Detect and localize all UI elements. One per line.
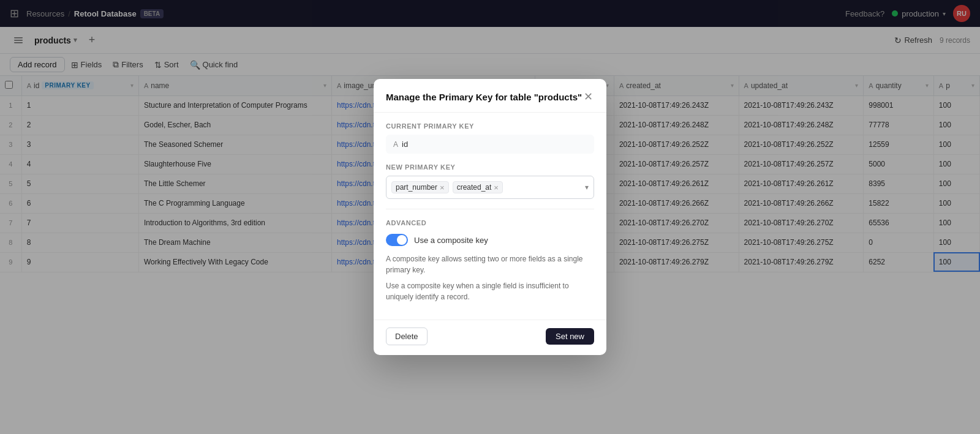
modal-close-button[interactable]: ✕	[582, 90, 594, 103]
set-new-button[interactable]: Set new	[546, 328, 594, 345]
composite-key-label: Use a composite key	[414, 236, 488, 245]
new-pk-label: New Primary Key	[386, 163, 594, 171]
current-pk-label: Current Primary Key	[386, 122, 594, 130]
composite-key-toggle[interactable]	[386, 234, 408, 246]
toggle-slider	[386, 234, 408, 246]
new-pk-area: New Primary Key part_number × created_at…	[386, 163, 594, 199]
tag-created-at-label: created_at	[457, 183, 492, 192]
modal-title: Manage the Primary Key for table "produc…	[386, 92, 582, 102]
composite-key-toggle-row: Use a composite key	[386, 234, 594, 246]
tag-input[interactable]: part_number × created_at × ▾	[386, 176, 594, 199]
modal-overlay[interactable]: Manage the Primary Key for table "produc…	[0, 0, 980, 434]
delete-button[interactable]: Delete	[386, 327, 428, 345]
composite-desc-2: Use a composite key when a single field …	[386, 280, 594, 302]
advanced-toggle-row: ADVANCED	[386, 219, 594, 226]
tag-created-at: created_at ×	[453, 181, 503, 193]
advanced-section: ADVANCED Use a composite key A composite…	[386, 209, 594, 302]
current-pk-type-icon: A	[393, 140, 398, 149]
tag-part-number: part_number ×	[391, 181, 449, 193]
advanced-label: ADVANCED	[386, 219, 426, 226]
tag-input-dropdown-arrow: ▾	[585, 183, 589, 192]
primary-key-modal: Manage the Primary Key for table "produc…	[374, 79, 606, 355]
tag-part-number-label: part_number	[396, 183, 437, 192]
modal-footer: Delete Set new	[374, 320, 606, 355]
current-pk-display: A id	[386, 135, 594, 154]
current-pk-field-name: id	[402, 140, 408, 149]
composite-desc-1: A composite key allows setting two or mo…	[386, 253, 594, 275]
tag-created-at-remove[interactable]: ×	[494, 184, 499, 192]
modal-header: Manage the Primary Key for table "produc…	[374, 79, 606, 113]
tag-part-number-remove[interactable]: ×	[440, 184, 445, 192]
modal-body: Current Primary Key A id New Primary Key…	[374, 113, 606, 317]
